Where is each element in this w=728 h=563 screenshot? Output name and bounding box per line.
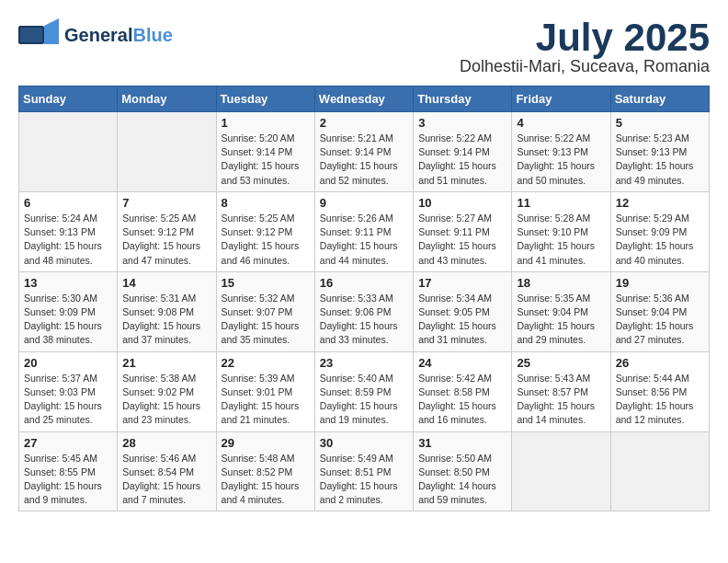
- weekday-header-friday: Friday: [512, 86, 610, 112]
- calendar-cell: 18Sunrise: 5:35 AM Sunset: 9:04 PM Dayli…: [512, 271, 610, 351]
- weekday-header-wednesday: Wednesday: [314, 86, 413, 112]
- calendar-cell: 23Sunrise: 5:40 AM Sunset: 8:59 PM Dayli…: [314, 351, 413, 431]
- calendar-cell: 5Sunrise: 5:23 AM Sunset: 9:13 PM Daylig…: [610, 112, 709, 192]
- day-number: 22: [222, 356, 310, 370]
- logo-icon: [18, 18, 59, 52]
- calendar-week-3: 13Sunrise: 5:30 AM Sunset: 9:09 PM Dayli…: [19, 271, 710, 351]
- day-info: Sunrise: 5:50 AM Sunset: 8:50 PM Dayligh…: [418, 452, 506, 508]
- calendar-cell: 20Sunrise: 5:37 AM Sunset: 9:03 PM Dayli…: [19, 351, 118, 431]
- day-number: 28: [122, 436, 210, 450]
- day-info: Sunrise: 5:38 AM Sunset: 9:02 PM Dayligh…: [122, 372, 210, 428]
- calendar-cell: 28Sunrise: 5:46 AM Sunset: 8:54 PM Dayli…: [118, 431, 216, 511]
- calendar-cell: 29Sunrise: 5:48 AM Sunset: 8:52 PM Dayli…: [216, 431, 314, 511]
- calendar-title-block: July 2025 Dolhestii-Mari, Suceava, Roman…: [460, 18, 710, 76]
- day-number: 20: [24, 356, 112, 370]
- calendar-cell: 30Sunrise: 5:49 AM Sunset: 8:51 PM Dayli…: [314, 431, 413, 511]
- day-number: 11: [517, 196, 605, 210]
- day-number: 7: [122, 196, 210, 210]
- day-info: Sunrise: 5:36 AM Sunset: 9:04 PM Dayligh…: [616, 292, 704, 348]
- calendar-cell: 25Sunrise: 5:43 AM Sunset: 8:57 PM Dayli…: [512, 351, 610, 431]
- calendar-cell: 21Sunrise: 5:38 AM Sunset: 9:02 PM Dayli…: [118, 351, 216, 431]
- calendar-cell: 9Sunrise: 5:26 AM Sunset: 9:11 PM Daylig…: [314, 191, 413, 271]
- day-number: 18: [517, 276, 605, 290]
- day-info: Sunrise: 5:27 AM Sunset: 9:11 PM Dayligh…: [418, 212, 506, 268]
- day-info: Sunrise: 5:25 AM Sunset: 9:12 PM Dayligh…: [122, 212, 210, 268]
- day-info: Sunrise: 5:21 AM Sunset: 9:14 PM Dayligh…: [320, 132, 408, 188]
- calendar-cell: 14Sunrise: 5:31 AM Sunset: 9:08 PM Dayli…: [118, 271, 216, 351]
- day-info: Sunrise: 5:33 AM Sunset: 9:06 PM Dayligh…: [320, 292, 408, 348]
- day-number: 5: [616, 116, 704, 130]
- day-number: 12: [616, 196, 704, 210]
- calendar-cell: 27Sunrise: 5:45 AM Sunset: 8:55 PM Dayli…: [19, 431, 118, 511]
- calendar-cell: 2Sunrise: 5:21 AM Sunset: 9:14 PM Daylig…: [314, 112, 413, 192]
- calendar-cell: 16Sunrise: 5:33 AM Sunset: 9:06 PM Dayli…: [314, 271, 413, 351]
- day-info: Sunrise: 5:46 AM Sunset: 8:54 PM Dayligh…: [122, 452, 210, 508]
- page-header: GeneralBlue July 2025 Dolhestii-Mari, Su…: [18, 18, 710, 76]
- calendar-cell: 24Sunrise: 5:42 AM Sunset: 8:58 PM Dayli…: [414, 351, 512, 431]
- day-info: Sunrise: 5:24 AM Sunset: 9:13 PM Dayligh…: [24, 212, 112, 268]
- day-number: 26: [616, 356, 704, 370]
- calendar-cell: 17Sunrise: 5:34 AM Sunset: 9:05 PM Dayli…: [414, 271, 512, 351]
- calendar-cell: 6Sunrise: 5:24 AM Sunset: 9:13 PM Daylig…: [19, 191, 118, 271]
- day-number: 29: [222, 436, 310, 450]
- day-number: 9: [320, 196, 408, 210]
- day-number: 31: [418, 436, 506, 450]
- calendar-cell: 10Sunrise: 5:27 AM Sunset: 9:11 PM Dayli…: [414, 191, 512, 271]
- day-number: 6: [24, 196, 112, 210]
- day-info: Sunrise: 5:45 AM Sunset: 8:55 PM Dayligh…: [24, 452, 112, 508]
- calendar-week-5: 27Sunrise: 5:45 AM Sunset: 8:55 PM Dayli…: [19, 431, 710, 511]
- day-number: 3: [418, 116, 506, 130]
- day-number: 14: [122, 276, 210, 290]
- day-number: 25: [517, 356, 605, 370]
- day-info: Sunrise: 5:22 AM Sunset: 9:13 PM Dayligh…: [517, 132, 605, 188]
- calendar-cell: 12Sunrise: 5:29 AM Sunset: 9:09 PM Dayli…: [610, 191, 709, 271]
- calendar-cell: 31Sunrise: 5:50 AM Sunset: 8:50 PM Dayli…: [414, 431, 512, 511]
- logo-text-block: GeneralBlue: [64, 25, 173, 45]
- weekday-header-monday: Monday: [118, 86, 216, 112]
- calendar-cell: 1Sunrise: 5:20 AM Sunset: 9:14 PM Daylig…: [216, 112, 314, 192]
- day-info: Sunrise: 5:26 AM Sunset: 9:11 PM Dayligh…: [320, 212, 408, 268]
- day-info: Sunrise: 5:22 AM Sunset: 9:14 PM Dayligh…: [418, 132, 506, 188]
- day-info: Sunrise: 5:35 AM Sunset: 9:04 PM Dayligh…: [517, 292, 605, 348]
- calendar-cell: 3Sunrise: 5:22 AM Sunset: 9:14 PM Daylig…: [414, 112, 512, 192]
- day-number: 13: [24, 276, 112, 290]
- logo: GeneralBlue: [18, 18, 173, 52]
- day-number: 4: [517, 116, 605, 130]
- day-number: 21: [122, 356, 210, 370]
- day-info: Sunrise: 5:43 AM Sunset: 8:57 PM Dayligh…: [517, 372, 605, 428]
- svg-marker-1: [44, 18, 59, 44]
- day-number: 8: [222, 196, 310, 210]
- calendar-cell: [512, 431, 610, 511]
- weekday-header-saturday: Saturday: [610, 86, 709, 112]
- day-number: 27: [24, 436, 112, 450]
- logo-name: GeneralBlue: [64, 25, 173, 45]
- calendar-week-1: 1Sunrise: 5:20 AM Sunset: 9:14 PM Daylig…: [19, 112, 710, 192]
- calendar-cell: 8Sunrise: 5:25 AM Sunset: 9:12 PM Daylig…: [216, 191, 314, 271]
- day-number: 19: [616, 276, 704, 290]
- calendar-cell: [118, 112, 216, 192]
- day-info: Sunrise: 5:44 AM Sunset: 8:56 PM Dayligh…: [616, 372, 704, 428]
- calendar-cell: 19Sunrise: 5:36 AM Sunset: 9:04 PM Dayli…: [610, 271, 709, 351]
- calendar-cell: 26Sunrise: 5:44 AM Sunset: 8:56 PM Dayli…: [610, 351, 709, 431]
- day-info: Sunrise: 5:23 AM Sunset: 9:13 PM Dayligh…: [616, 132, 704, 188]
- day-info: Sunrise: 5:49 AM Sunset: 8:51 PM Dayligh…: [320, 452, 408, 508]
- day-number: 1: [222, 116, 310, 130]
- calendar-header: SundayMondayTuesdayWednesdayThursdayFrid…: [19, 86, 710, 112]
- calendar-location: Dolhestii-Mari, Suceava, Romania: [460, 57, 710, 76]
- day-info: Sunrise: 5:34 AM Sunset: 9:05 PM Dayligh…: [418, 292, 506, 348]
- day-info: Sunrise: 5:25 AM Sunset: 9:12 PM Dayligh…: [222, 212, 310, 268]
- calendar-cell: 11Sunrise: 5:28 AM Sunset: 9:10 PM Dayli…: [512, 191, 610, 271]
- calendar-week-4: 20Sunrise: 5:37 AM Sunset: 9:03 PM Dayli…: [19, 351, 710, 431]
- day-number: 16: [320, 276, 408, 290]
- calendar-week-2: 6Sunrise: 5:24 AM Sunset: 9:13 PM Daylig…: [19, 191, 710, 271]
- weekday-header-thursday: Thursday: [414, 86, 512, 112]
- day-number: 23: [320, 356, 408, 370]
- day-info: Sunrise: 5:29 AM Sunset: 9:09 PM Dayligh…: [616, 212, 704, 268]
- day-info: Sunrise: 5:48 AM Sunset: 8:52 PM Dayligh…: [222, 452, 310, 508]
- calendar-month-year: July 2025: [460, 18, 710, 57]
- day-number: 30: [320, 436, 408, 450]
- weekday-header-tuesday: Tuesday: [216, 86, 314, 112]
- calendar-cell: [19, 112, 118, 192]
- day-info: Sunrise: 5:31 AM Sunset: 9:08 PM Dayligh…: [122, 292, 210, 348]
- weekday-header-sunday: Sunday: [19, 86, 118, 112]
